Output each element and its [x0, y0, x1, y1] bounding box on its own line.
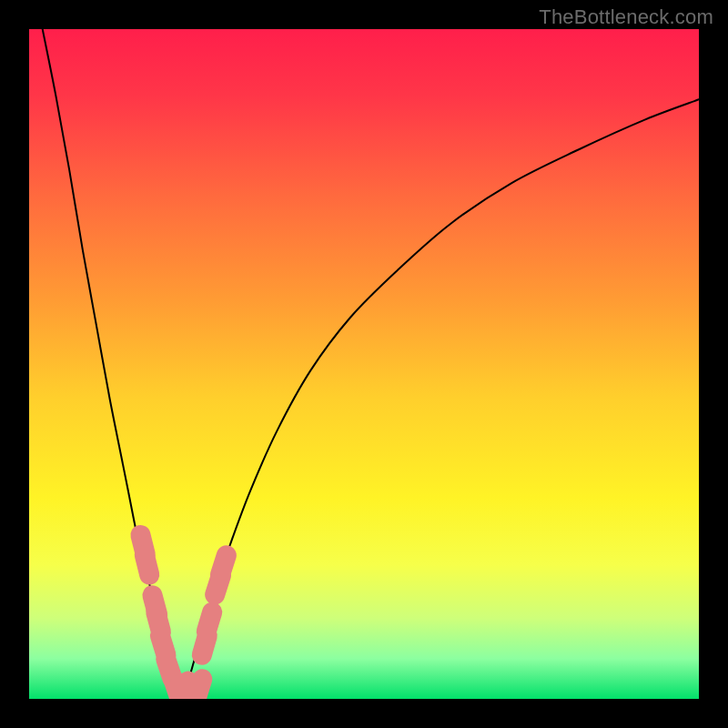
marker-1 [145, 555, 149, 574]
gradient-background [29, 29, 699, 699]
marker-11 [207, 612, 212, 632]
marker-9 [197, 679, 202, 698]
watermark-text: TheBottleneck.com [539, 5, 713, 29]
chart-svg [29, 29, 699, 699]
marker-13 [220, 555, 227, 574]
chart-frame: TheBottleneck.com [0, 0, 728, 728]
plot-area [29, 29, 699, 699]
